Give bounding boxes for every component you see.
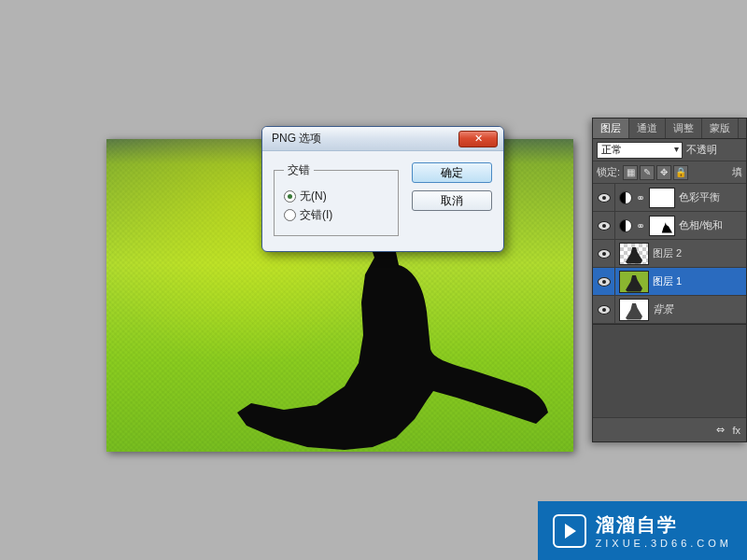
- dialog-title: PNG 选项: [272, 131, 458, 147]
- close-button[interactable]: ✕: [458, 131, 498, 147]
- radio-none[interactable]: [284, 190, 296, 203]
- radio-none-row[interactable]: 无(N): [284, 189, 388, 204]
- panel-spacer: [593, 324, 746, 417]
- blend-mode-row: 正常 不透明: [593, 139, 746, 161]
- play-icon: [553, 514, 586, 548]
- mask-thumbnail[interactable]: [649, 216, 675, 236]
- watermark: 溜溜自学 ZIXUE.3D66.COM: [538, 501, 747, 560]
- layer-name[interactable]: 色相/饱和: [679, 218, 742, 232]
- dialog-body: 交错 无(N) 交错(I) 确定 取消: [262, 151, 503, 251]
- tab-adjustments[interactable]: 调整: [666, 119, 702, 138]
- layer-thumbnail[interactable]: [619, 271, 649, 293]
- watermark-sub: ZIXUE.3D66.COM: [596, 538, 732, 549]
- layer-thumbnail[interactable]: [619, 299, 649, 321]
- png-options-dialog: PNG 选项 ✕ 交错 无(N) 交错(I) 确定 取消: [261, 126, 504, 252]
- blend-mode-select[interactable]: 正常: [597, 142, 683, 159]
- tab-masks[interactable]: 蒙版: [702, 119, 739, 138]
- ok-button[interactable]: 确定: [412, 162, 492, 183]
- panel-footer: ⇔ fx: [593, 417, 746, 441]
- lock-move-icon[interactable]: ✥: [656, 165, 671, 180]
- cancel-button[interactable]: 取消: [412, 190, 492, 211]
- layer-name[interactable]: 色彩平衡: [679, 190, 742, 204]
- layer-row-background[interactable]: 背景: [593, 296, 746, 324]
- panel-tabs: 图层 通道 调整 蒙版: [593, 119, 746, 139]
- lock-transparency-icon[interactable]: ▦: [623, 165, 638, 180]
- adjustment-icon: [619, 219, 632, 232]
- watermark-text: 溜溜自学 ZIXUE.3D66.COM: [596, 512, 732, 549]
- layer-thumbnail[interactable]: [619, 243, 649, 265]
- layers-list: ⚭ 色彩平衡 ⚭ 色相/饱和 图层 2 图层 1 背景: [593, 184, 746, 324]
- eye-icon: [598, 277, 611, 287]
- interlace-fieldset: 交错 无(N) 交错(I): [274, 162, 399, 236]
- close-icon: ✕: [474, 133, 483, 145]
- visibility-toggle[interactable]: [593, 268, 615, 295]
- fx-icon[interactable]: fx: [732, 425, 740, 436]
- link-layers-icon[interactable]: ⇔: [716, 424, 725, 436]
- eye-icon: [598, 221, 611, 231]
- radio-interlaced-row[interactable]: 交错(I): [284, 207, 388, 223]
- dialog-titlebar[interactable]: PNG 选项 ✕: [262, 127, 503, 151]
- layers-panel: 图层 通道 调整 蒙版 正常 不透明 锁定: ▦ ✎ ✥ 🔒 填 ⚭ 色彩平衡: [592, 118, 747, 442]
- layer-name[interactable]: 图层 2: [653, 246, 742, 260]
- eye-icon: [598, 193, 611, 203]
- lock-all-icon[interactable]: 🔒: [673, 165, 688, 180]
- layer-row-layer2[interactable]: 图层 2: [593, 240, 746, 268]
- layer-row-color-balance[interactable]: ⚭ 色彩平衡: [593, 184, 746, 212]
- layer-row-layer1[interactable]: 图层 1: [593, 268, 746, 296]
- eye-icon: [598, 249, 611, 259]
- lock-label: 锁定:: [597, 165, 620, 179]
- adjustment-icon: [619, 191, 632, 204]
- layer-row-hue-saturation[interactable]: ⚭ 色相/饱和: [593, 212, 746, 240]
- lock-row: 锁定: ▦ ✎ ✥ 🔒 填: [593, 161, 746, 184]
- mask-thumbnail[interactable]: [649, 188, 675, 208]
- radio-interlaced[interactable]: [284, 209, 296, 221]
- visibility-toggle[interactable]: [593, 184, 615, 211]
- link-icon: ⚭: [636, 191, 645, 204]
- layer-name[interactable]: 背景: [653, 302, 742, 316]
- fieldset-legend: 交错: [284, 162, 314, 178]
- tab-layers[interactable]: 图层: [593, 119, 629, 138]
- tab-channels[interactable]: 通道: [629, 119, 666, 138]
- visibility-toggle[interactable]: [593, 296, 615, 323]
- lock-brush-icon[interactable]: ✎: [640, 165, 655, 180]
- layer-name[interactable]: 图层 1: [653, 274, 742, 288]
- eye-icon: [598, 305, 611, 315]
- dialog-buttons: 确定 取消: [412, 162, 492, 236]
- fill-label: 填: [732, 165, 742, 179]
- radio-interlaced-label: 交错(I): [300, 207, 332, 223]
- radio-none-label: 无(N): [300, 189, 327, 204]
- lock-icons: ▦ ✎ ✥ 🔒: [623, 165, 688, 180]
- opacity-label: 不透明: [686, 143, 717, 157]
- visibility-toggle[interactable]: [593, 240, 615, 267]
- visibility-toggle[interactable]: [593, 212, 615, 239]
- watermark-main: 溜溜自学: [596, 512, 732, 538]
- link-icon: ⚭: [636, 219, 645, 232]
